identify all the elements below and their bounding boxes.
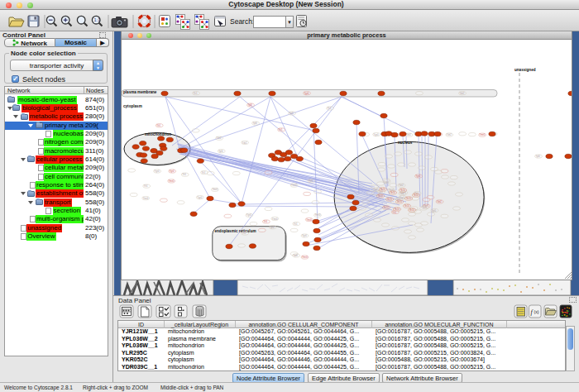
svg-text:Ygr0: Ygr0 [197,196,202,199]
svg-text:(x): (x) [534,309,539,314]
svg-text:Ypl0: Ypl0 [536,155,541,158]
svg-text:Yb10: Yb10 [400,189,406,192]
svg-text:Yb10: Yb10 [390,191,396,194]
svg-text:Yb10: Yb10 [395,208,400,211]
svg-text:Ygr0: Ygr0 [155,170,160,173]
svg-text:Ypl0: Ypl0 [270,226,275,229]
svg-text:Ylr1: Ylr1 [194,92,198,95]
svg-text:Ymr0: Ymr0 [212,188,218,191]
svg-text:Ypl0: Ypl0 [294,254,299,257]
svg-text:Ydr2: Ydr2 [460,92,465,95]
svg-text:plasma membrane: plasma membrane [123,90,157,94]
svg-text:Ymr0: Ymr0 [272,218,278,221]
svg-text:unassigned: unassigned [514,68,536,72]
svg-text:Ylr1: Ylr1 [263,220,267,223]
svg-text:Yb10: Yb10 [404,204,410,208]
svg-text:Ymr0: Ymr0 [169,179,175,183]
svg-text:Ypl0: Ypl0 [253,122,258,125]
svg-text:Ymr0: Ymr0 [291,184,297,187]
svg-text:Ypl0: Ypl0 [309,179,313,183]
svg-text:Ymr0: Ymr0 [315,213,321,217]
svg-text:Ydr2: Ydr2 [217,136,222,140]
svg-text:Ydr2: Ydr2 [242,141,247,145]
svg-text:Ygr0: Ygr0 [304,92,309,95]
svg-text:Yb10: Yb10 [384,206,390,209]
svg-text:Ydr2: Ydr2 [406,133,411,136]
svg-text:Ymr0: Ymr0 [306,218,312,222]
svg-text:Ylr1: Ylr1 [144,184,148,188]
svg-text:Ypl0: Ypl0 [290,112,294,115]
svg-text:Ylr1: Ylr1 [279,128,283,131]
svg-text:Yb10: Yb10 [397,200,403,203]
svg-text:Ygr0: Ygr0 [246,213,251,217]
svg-text:Ymr0: Ymr0 [143,197,149,200]
svg-text:Ygr0: Ygr0 [374,133,379,136]
svg-text:Ydr2: Ydr2 [437,200,442,203]
svg-text:Ygr0: Ygr0 [416,174,421,178]
svg-text:Yb10: Yb10 [380,188,386,191]
svg-text:Ypl0: Ypl0 [248,103,253,107]
svg-text:Yb10: Yb10 [378,194,384,198]
svg-text:Ylr1: Ylr1 [182,173,186,176]
svg-text:endoplasmic reticulum: endoplasmic reticulum [215,229,256,233]
svg-text:Ylr1: Ylr1 [242,232,246,235]
svg-text:Ygr0: Ygr0 [302,234,307,237]
svg-text:Ylr1: Ylr1 [328,107,332,110]
svg-text:Ygr0: Ygr0 [170,170,175,173]
svg-text:cytoplasm: cytoplasm [123,104,142,108]
svg-text:1:1: 1:1 [94,17,101,22]
svg-text:Ypl0: Ypl0 [432,209,437,213]
svg-text:nucleus: nucleus [398,141,413,145]
svg-text:Yb10: Yb10 [409,208,415,212]
svg-text:Yb10: Yb10 [387,198,393,201]
svg-text:Ymr0: Ymr0 [302,256,308,259]
svg-text:Yb10: Yb10 [406,197,412,200]
svg-text:mitochondrion: mitochondrion [145,132,171,136]
svg-text:Ylr1: Ylr1 [156,124,160,127]
svg-text:Yb10: Yb10 [414,194,419,197]
svg-text:Ylr1: Ylr1 [202,171,206,174]
svg-text:Ydr2: Ydr2 [447,133,452,136]
svg-text:Ydr2: Ydr2 [400,192,404,195]
svg-text:Ymr0: Ymr0 [480,133,486,136]
svg-text:Ylr1: Ylr1 [294,222,298,226]
svg-text:Ypl0: Ypl0 [218,150,223,153]
svg-text:Ydr2: Ydr2 [399,184,404,187]
